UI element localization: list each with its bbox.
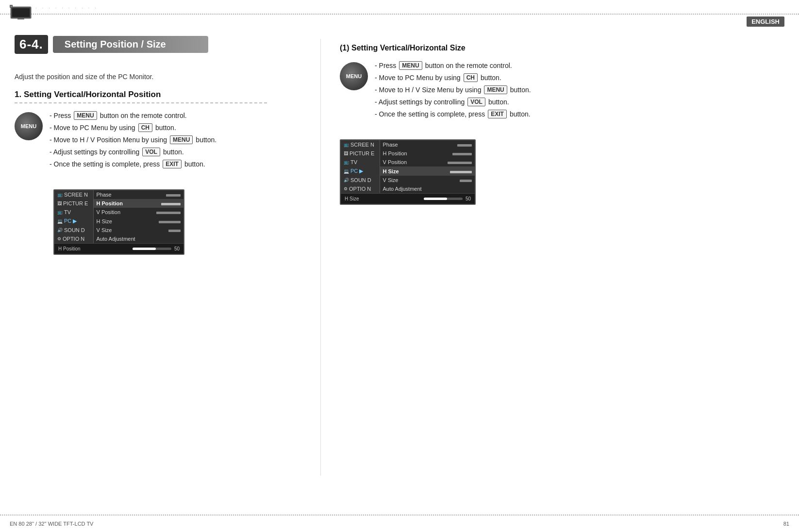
svg-rect-2 — [17, 18, 24, 19]
table-row: 📺SCREE N Phase — [54, 190, 183, 199]
left-instruction-3: - Move to H / V Position Menu by using M… — [50, 135, 267, 144]
english-label: ENGLISH — [747, 17, 784, 27]
left-menu-circle: MENU — [15, 112, 43, 140]
right-subsection-title: (1) Setting Vertical/Horizontal Size — [340, 44, 786, 52]
right-bottom-label: H Size — [345, 196, 359, 201]
table-row: 📺TV V Position — [341, 158, 475, 166]
left-instruction-5: - Once the setting is complete, press EX… — [50, 160, 267, 168]
footer-right: 81 — [783, 521, 789, 527]
right-instruction-3: - Move to H / V Size Menu by using MENU … — [375, 85, 786, 94]
left-subsection-title: 1. Setting Vertical/Horizontal Position — [15, 90, 267, 103]
section-title: Setting Position / Size — [53, 36, 208, 53]
footer: EN 80 28'' / 32'' WIDE TFT-LCD TV 81 — [0, 515, 799, 532]
right-instruction-1: - Press MENU button on the remote contro… — [375, 61, 786, 70]
top-border — [0, 14, 799, 15]
left-instruction-2: - Move to PC Menu by using CH button. — [50, 123, 267, 132]
left-instruction-4: - Adjust settings by controlling VOL but… — [50, 148, 267, 156]
tv-icon: . . . . . . . . . . — [9, 4, 33, 23]
table-row: 🖼PICTUR E H Position — [341, 149, 475, 158]
section-header: 6-4. Setting Position / Size — [15, 35, 208, 54]
left-bottom-label: H Position — [58, 246, 81, 251]
table-row: 🔊SOUN D V Size — [341, 176, 475, 184]
left-column: 1. Setting Vertical/Horizontal Position … — [15, 90, 267, 255]
table-row: 📺SCREE N Phase — [341, 140, 475, 149]
left-bottom-value: 50 — [174, 246, 180, 251]
footer-left: EN 80 28'' / 32'' WIDE TFT-LCD TV — [10, 521, 93, 527]
right-bottom-value: 50 — [466, 196, 471, 201]
right-instruction-5: - Once the setting is complete, press EX… — [375, 110, 786, 118]
svg-rect-1 — [12, 8, 30, 17]
page-description: Adjust the position and size of the PC M… — [15, 73, 153, 81]
table-row: ⚙OPTIO N Auto Adjustment — [54, 234, 183, 243]
right-instruction-4: - Adjust settings by controlling VOL but… — [375, 98, 786, 106]
right-menu-screenshot: 📺SCREE N Phase 🖼PICTUR E H Position 📺TV — [340, 139, 476, 205]
table-row: 🖼PICTUR E H Position — [54, 199, 183, 208]
right-menu-bottom: H Size 50 — [341, 193, 475, 204]
column-divider — [320, 39, 321, 476]
table-row: 📺TV V Position — [54, 208, 183, 216]
left-menu-screenshot: 📺SCREE N Phase 🖼PICTUR E H Position 📺TV — [53, 189, 184, 255]
left-menu-bottom: H Position 50 — [54, 243, 183, 254]
left-instruction-1: - Press MENU button on the remote contro… — [50, 111, 267, 120]
section-number: 6-4. — [15, 35, 48, 54]
right-column: (1) Setting Vertical/Horizontal Size MEN… — [340, 44, 786, 205]
table-row: 💻PC ▶ H Size — [341, 166, 475, 176]
table-row: 🔊SOUN D V Size — [54, 226, 183, 234]
table-row: ⚙OPTIO N Auto Adjustment — [341, 184, 475, 193]
table-row: 💻PC ▶ H Size — [54, 216, 183, 226]
right-instruction-2: - Move to PC Menu by using CH button. — [375, 73, 786, 82]
right-menu-circle: MENU — [340, 62, 368, 90]
svg-point-4 — [10, 5, 12, 7]
